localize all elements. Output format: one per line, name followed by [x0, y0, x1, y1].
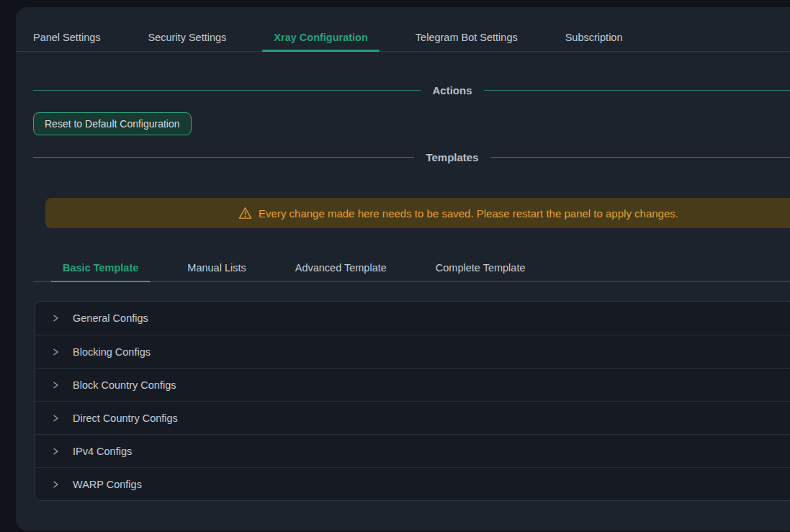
- accordion-item-label: Block Country Configs: [73, 379, 176, 391]
- tab-manual-lists[interactable]: Manual Lists: [176, 255, 257, 281]
- chevron-right-icon: [51, 314, 60, 323]
- actions-section-title: Actions: [421, 84, 484, 96]
- accordion-item-direct-country-configs[interactable]: Direct Country Configs: [35, 401, 790, 434]
- xray-configuration-panel: Panel Settings Security Settings Xray Co…: [16, 7, 790, 531]
- warning-alert: Every change made here needs to be saved…: [45, 198, 790, 228]
- tab-security-settings[interactable]: Security Settings: [137, 7, 238, 51]
- tab-content: Actions Reset to Default Configuration T…: [16, 84, 790, 501]
- chevron-right-icon: [51, 414, 60, 423]
- tab-basic-template[interactable]: Basic Template: [51, 255, 150, 281]
- template-tab-bar: Basic Template Manual Lists Advanced Tem…: [33, 255, 790, 282]
- warning-alert-text: Every change made here needs to be saved…: [259, 207, 678, 220]
- settings-tab-bar: Panel Settings Security Settings Xray Co…: [16, 7, 790, 52]
- accordion-item-label: IPv4 Configs: [73, 446, 132, 457]
- chevron-right-icon: [51, 480, 60, 489]
- templates-section-divider: Templates: [33, 151, 790, 163]
- accordion-item-ipv4-configs[interactable]: IPv4 Configs: [35, 434, 790, 467]
- accordion-item-label: General Configs: [73, 312, 148, 324]
- tab-advanced-template[interactable]: Advanced Template: [284, 255, 398, 281]
- config-accordion: General Configs Blocking Configs Block C…: [35, 301, 790, 501]
- warning-triangle-icon: [238, 207, 252, 220]
- chevron-right-icon: [51, 348, 60, 356]
- accordion-item-blocking-configs[interactable]: Blocking Configs: [35, 335, 790, 368]
- tab-telegram-bot-settings[interactable]: Telegram Bot Settings: [404, 7, 529, 51]
- chevron-right-icon: [51, 447, 60, 456]
- tab-xray-configuration[interactable]: Xray Configuration: [262, 7, 380, 51]
- accordion-item-general-configs[interactable]: General Configs: [35, 302, 790, 335]
- tab-complete-template[interactable]: Complete Template: [424, 255, 537, 281]
- tab-subscription[interactable]: Subscription: [554, 7, 634, 51]
- accordion-item-label: Blocking Configs: [73, 346, 151, 358]
- accordion-item-label: WARP Configs: [73, 479, 142, 490]
- accordion-item-label: Direct Country Configs: [73, 412, 178, 424]
- tab-panel-settings[interactable]: Panel Settings: [33, 7, 112, 51]
- accordion-item-block-country-configs[interactable]: Block Country Configs: [35, 368, 790, 401]
- actions-section-divider: Actions: [33, 84, 790, 96]
- templates-section-title: Templates: [414, 151, 490, 163]
- accordion-item-warp-configs[interactable]: WARP Configs: [35, 467, 790, 500]
- chevron-right-icon: [51, 381, 60, 389]
- reset-to-default-button[interactable]: Reset to Default Configuration: [33, 112, 192, 135]
